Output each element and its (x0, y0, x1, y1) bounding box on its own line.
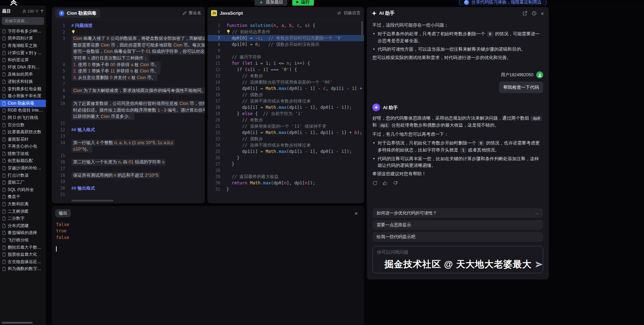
description-line[interactable]: 密完一份数据，Cion 病毒会留下一个 01 组成的字符串，你可以对这些 (55, 48, 205, 55)
sidebar-item-problem[interactable]: 股票收益最大化 (0, 251, 46, 258)
sidebar-item-problem[interactable]: 简单四则计算 (0, 35, 46, 42)
run-button[interactable]: 运行 (292, 0, 314, 6)
code-line[interactable]: 20 // 奇数步 (208, 117, 364, 123)
sidebar-item-problem[interactable]: 计算位置 x 到 y 的... (0, 49, 46, 57)
code-line[interactable]: 17 // 选择不操作或从奇数步转移过来 (208, 98, 364, 104)
description-line[interactable]: 字符串 s 进行任意次数以下三种操作： (55, 55, 205, 62)
description-body[interactable]: 1# 问题描述23Cion 病毒入侵了 X 公司的数据库，将硬盘数据全部加密了，… (52, 20, 205, 198)
code-line[interactable]: 16 // 偶数步 (208, 92, 364, 98)
code-line[interactable]: 24 // 选择不操作或从奇数步转移过来 (208, 142, 364, 148)
sidebar-item-problem[interactable]: 翻转后最大子数组和 (0, 244, 46, 251)
sidebar-item-problem[interactable]: 二分数字 (0, 215, 46, 222)
sidebar-item-problem[interactable]: 猜数字游戏 (0, 150, 46, 157)
description-line[interactable]: ≤10^5)。 (55, 146, 205, 153)
sidebar-item-problem[interactable]: 青海湖租车之旅 (0, 42, 46, 49)
description-line[interactable]: 52. 使用 1 替换子串 11 并获得 b 枚 Cion 币。 (55, 68, 205, 75)
code-line[interactable]: 12 if (s[i - 1] === '0') { (208, 66, 364, 73)
add-problem-button[interactable]: ＋ 添加题目 (254, 0, 287, 6)
sidebar-item-problem[interactable]: 飞行棋分组 (0, 236, 46, 244)
code-line[interactable]: 30 return Math.max(dp0[n], dp1[n]); (208, 180, 364, 186)
description-line[interactable]: 以获得的最大 Cion 币是多少。 (55, 113, 205, 120)
suggested-prompt[interactable]: 给我一些代码提示吧 (372, 232, 543, 242)
sidebar-scrollbar[interactable] (2, 322, 33, 324)
description-line[interactable]: 63. 从任意位置删除 0 并支付 c 枚 Cion 币。 (55, 75, 205, 81)
code-line[interactable]: 26 } (208, 155, 364, 161)
code-line[interactable]: 29 // 返回最终的最大收益 (208, 174, 364, 180)
code-line[interactable]: 23 // 偶数步 (208, 136, 364, 142)
description-line[interactable]: 20## 输出格式 (55, 185, 205, 192)
sidebar-item-problem[interactable]: 字符串有多少种可... (0, 28, 46, 35)
description-line[interactable]: 12## 输入格式 (55, 127, 205, 133)
code-line[interactable]: 6// 初始化边界条件 (208, 29, 364, 35)
code-line[interactable]: 10 // 遍历字符串 (208, 54, 364, 60)
description-line[interactable]: 15 (55, 153, 205, 159)
code-line[interactable]: 13 // 奇数步 (208, 73, 364, 79)
sidebar-item-problem[interactable]: 古生物血缘远近判断 (0, 258, 46, 266)
sidebar-item-problem[interactable]: 穿越沙漠的补给次数 (0, 164, 46, 172)
code-line[interactable]: 14 // 选择删除当前字符或替换前面的一个 '00' (208, 79, 364, 85)
sidebar-item-problem[interactable]: 不再贪心的小包 (0, 143, 46, 150)
sidebar-item-problem[interactable]: Cion 勒索病毒 (0, 100, 46, 107)
close-ai-panel-icon[interactable]: × (541, 11, 544, 16)
sidebar-item-problem[interactable]: SQL 代码补全 (0, 186, 46, 193)
code-line[interactable]: 31} (208, 186, 364, 192)
code-line[interactable]: 21 // 选择替换前面的一个 '11' 或保持不变 (208, 123, 364, 129)
history-icon[interactable] (532, 11, 537, 16)
sidebar-item-problem[interactable]: RGB 色值转 Integer (0, 107, 46, 114)
description-hscrollbar[interactable] (71, 200, 113, 202)
sidebar-item-problem[interactable]: 分布式团建 (0, 222, 46, 229)
code-line[interactable]: 1function solution(n, a, b, c, s) { (208, 22, 364, 29)
code-line[interactable]: 11 for (let i = 1; i <= n; i++) { (208, 60, 364, 66)
code-line[interactable]: 25 dp1[i] = Math.max(dp1[i - 1], dp0[i -… (208, 148, 364, 155)
sidebar-item-problem[interactable]: 番茄编辑的选择 (0, 229, 46, 237)
description-line[interactable]: 16第二行输入一个长度为 n, 由 01 组成的字符串 s (55, 159, 205, 165)
description-line[interactable]: 7 (55, 81, 205, 87)
description-line[interactable]: 13 (55, 133, 205, 140)
description-line[interactable]: 19 (55, 178, 205, 185)
code-line[interactable]: 19 } else { // 当前字符为 '1' (208, 111, 364, 117)
description-line[interactable]: 8Cion 为了加大解锁难度，要求连续两次操作的编号奇偶性不能相同。 (55, 87, 205, 94)
description-line[interactable]: 21 (55, 191, 205, 198)
editor-vscrollbar[interactable] (361, 21, 363, 40)
suggested-prompt[interactable]: 需要一点思路提示 (372, 220, 543, 230)
sidebar-item-problem[interactable]: 进制求和转换 (0, 78, 46, 85)
description-line[interactable]: 数据需要花费 Cion 币，因此你需要尽可能多地获取 Cion 币。每次加 (55, 42, 205, 49)
chat-input[interactable] (372, 246, 543, 273)
close-output-icon[interactable]: × (355, 211, 358, 216)
code-line[interactable]: 27 } (208, 161, 364, 167)
description-line[interactable]: 17 (55, 165, 205, 172)
description-line[interactable]: 10为了赶紧修复数据，公司同意你向银行暂时借用任意枚 Cion 币，但结束 (55, 100, 205, 107)
code-line[interactable]: 28 (208, 167, 364, 174)
code-line[interactable]: 8 dp1[0] = 0; // 偶数步开始时没有操作 (208, 41, 364, 48)
sidebar-item-problem[interactable]: 蛋糕工厂 (0, 179, 46, 186)
rename-button[interactable]: 重命名 (182, 10, 201, 16)
code-line[interactable]: 22 dp0[i] = Math.max(dp0[i - 1], dp1[i -… (208, 129, 364, 136)
regenerate-icon[interactable] (372, 181, 378, 186)
export-chat-icon[interactable] (523, 11, 527, 16)
code-line[interactable]: 15 dp0[i] = Math.max(dp0[i - 1] - c, dp1… (208, 85, 364, 92)
sidebar-item-problem[interactable]: 大数和距离 (0, 200, 46, 208)
sidebar-item-problem[interactable]: 拿到最多红包金额 (0, 85, 46, 93)
collapse-up-icon[interactable] (40, 9, 44, 13)
description-line[interactable]: 1# 问题描述 (55, 22, 205, 29)
switch-language-button[interactable]: 切换语言 (337, 10, 360, 16)
sidebar-item-problem[interactable]: 暴雨梨花针 (0, 136, 46, 143)
sidebar-item-problem[interactable]: 叠盘子 (0, 193, 46, 201)
code-line[interactable]: 18 dp1[i] = Math.max(dp1[i - 1], dp0[i -… (208, 104, 364, 111)
description-line[interactable]: 2 (55, 29, 205, 36)
sidebar-item-problem[interactable]: 最小替换子串长度 (0, 92, 46, 100)
suggested-prompt[interactable]: 如何进一步优化代码的可读性？→ (372, 208, 543, 218)
description-line[interactable]: 3Cion 病毒入侵了 X 公司的数据库，将硬盘数据全部加密了，而解锁这些 (55, 35, 205, 42)
search-input[interactable] (2, 17, 44, 25)
description-line[interactable]: 9 (55, 94, 205, 101)
sidebar-item-problem[interactable]: 环状 DNA 序列整理 (0, 64, 46, 71)
sidebar-item-problem[interactable]: 二叉树供暖 (0, 208, 46, 215)
sidebar-item-problem[interactable]: 和的逆运算 (0, 56, 46, 64)
problem-title-chip[interactable]: Cion 勒索病毒 (55, 9, 100, 18)
code-line[interactable]: 9 (208, 48, 364, 54)
sidebar-item-problem[interactable]: 比赛最高获胜次数 (0, 128, 46, 136)
description-line[interactable]: 11 (55, 120, 205, 127)
thumbs-down-icon[interactable] (393, 181, 398, 186)
sidebar-item-problem[interactable]: 和为偶数的数字组合 (0, 266, 46, 273)
sidebar-item-problem[interactable]: 及格如此简单 (0, 71, 46, 78)
